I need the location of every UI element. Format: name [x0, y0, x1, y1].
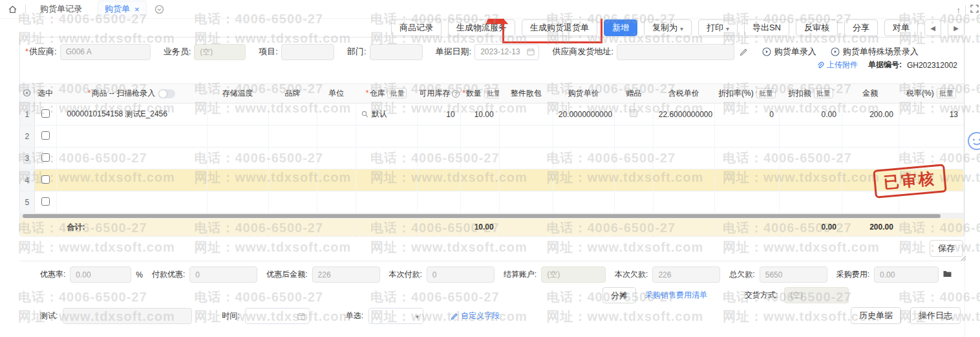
compare-button[interactable]: 对单	[884, 19, 918, 36]
batch-warehouse-button[interactable]: 批量	[387, 88, 407, 98]
history-bills-button[interactable]: 历史单据	[851, 307, 901, 324]
tab-purchase-order[interactable]: 购货单 ×	[98, 1, 147, 17]
save-button[interactable]: 保存	[930, 240, 963, 257]
prev-page-button[interactable]: ◀	[924, 19, 941, 36]
current-arrears-label: 本次欠款:	[615, 269, 648, 280]
create-logistics-button[interactable]: 生成物流服务	[448, 19, 515, 36]
header-label-discount-rate: 折扣率(%)	[718, 89, 754, 98]
cell-amount	[842, 125, 899, 147]
radio-select[interactable]	[368, 308, 423, 324]
print-label: 打印	[707, 22, 723, 34]
batch-qty-button[interactable]: 批量	[484, 88, 499, 98]
cell-warehouse[interactable]: 默认	[356, 103, 417, 125]
next-page-button[interactable]: ▶	[948, 19, 964, 36]
upload-attachment-link[interactable]: 上传附件	[816, 60, 858, 71]
create-purchase-return-button[interactable]: 生成购货退货单	[522, 19, 597, 36]
gift-checkbox[interactable]	[630, 109, 637, 117]
copy-as-button[interactable]: 复制为	[644, 19, 692, 36]
radio-label: 单选:	[346, 310, 363, 321]
tab-menu-icon[interactable]	[154, 5, 164, 14]
cell-tax-price: 22.6000000000	[653, 103, 714, 125]
discount-rate-field[interactable]	[70, 266, 131, 283]
totals-table: 合计:10.000.00200.00	[20, 219, 964, 237]
bill-date-field[interactable]	[474, 44, 539, 60]
cell-discount-rate	[714, 147, 779, 169]
special-entry-link[interactable]: 购货单特殊场景录入	[831, 46, 919, 58]
print-button[interactable]: 打印	[698, 19, 738, 36]
batch-tax-rate-button[interactable]: 批量	[937, 88, 956, 98]
test-field[interactable]	[63, 308, 192, 324]
discount-rate-label: 优惠率:	[40, 269, 65, 280]
time-field[interactable]	[245, 308, 310, 324]
header-price: 购货单价	[553, 84, 614, 103]
batch-discount-amount-button[interactable]: 批量	[814, 88, 833, 98]
salesman-field[interactable]	[194, 44, 246, 60]
batch-discount-rate-button[interactable]: 批量	[756, 88, 776, 98]
product-records-button[interactable]: 商品记录	[391, 19, 442, 36]
cost-list-link[interactable]: 采购销售费用清单	[645, 290, 707, 301]
special-entry-label: 购货单特殊场景录入	[843, 46, 919, 58]
resize-grip[interactable]	[960, 254, 966, 263]
ship-address-field[interactable]	[617, 44, 734, 60]
cell-discount-rate	[714, 125, 779, 147]
total-arrears-field[interactable]	[760, 266, 827, 283]
cell-discount-amount	[779, 125, 842, 147]
column-settings-icon[interactable]	[23, 90, 31, 99]
add-new-button[interactable]: 新增	[604, 19, 637, 36]
row-checkbox[interactable]	[41, 131, 50, 140]
allocate-button[interactable]: 分摊	[602, 287, 636, 303]
folder-icon[interactable]	[943, 270, 952, 279]
cell-discount-amount: 0.00	[779, 103, 842, 125]
scan-toggle[interactable]	[158, 89, 175, 98]
expand-icon[interactable]	[970, 5, 979, 15]
settlement-account-field[interactable]	[541, 266, 606, 283]
tab-purchase-records[interactable]: 购货单记录	[34, 1, 89, 17]
play-circle-icon	[831, 47, 840, 56]
time-label: 时间:	[222, 310, 239, 321]
cell-qty	[460, 125, 499, 147]
footer-buttons: 历史单据 操作日志	[851, 307, 961, 324]
section-divider	[19, 261, 964, 261]
order-entry-link[interactable]: 购货单录入	[762, 46, 816, 58]
supplier-field[interactable]	[60, 44, 151, 60]
project-field[interactable]	[281, 44, 334, 60]
export-sn-button[interactable]: 导出SN	[744, 19, 789, 36]
select-cell	[34, 103, 56, 125]
header-available-stock: 可用库存?	[417, 84, 460, 103]
row-checkbox[interactable]	[41, 153, 50, 162]
purchase-order-panel: 供应商: 业务员: 项目: 部门: 单据日期: 供应商发货地址: 购货单录入 购…	[19, 37, 964, 236]
payment-row: 优惠率: % 付款优惠: 优惠后金额: 本次付款: 结算账户: 本次欠款: 总欠…	[40, 266, 952, 283]
scrollbar-thumb[interactable]	[23, 214, 941, 218]
payment-discount-field[interactable]	[189, 266, 257, 283]
customer-service-icon[interactable]	[967, 131, 980, 153]
help-icon[interactable]: ?	[452, 90, 460, 98]
header-brand: 品牌	[268, 84, 317, 103]
unapprove-button[interactable]: 反审核	[796, 19, 838, 36]
current-arrears-field[interactable]	[652, 266, 720, 283]
horizontal-scrollbar[interactable]	[20, 213, 964, 219]
table-row: 10000010154158 测试E_2456默认1010.0020.00000…	[20, 103, 964, 125]
header-form-row: 供应商: 业务员: 项目: 部门: 单据日期: 供应商发货地址: 购货单录入 购…	[25, 43, 919, 60]
edit-address-icon[interactable]	[740, 48, 748, 56]
attachment-row: 上传附件 单据编号: GH202312002	[816, 60, 957, 71]
percent-suffix: %	[136, 270, 143, 279]
share-button[interactable]: 分享	[844, 19, 878, 36]
current-payment-field[interactable]	[427, 266, 495, 283]
close-icon[interactable]: ×	[134, 5, 140, 14]
scroll-top-icon[interactable]: ↑	[957, 5, 961, 15]
cell-brand	[268, 191, 317, 213]
home-icon[interactable]	[8, 5, 17, 14]
cell-qty	[460, 191, 499, 213]
cell-available-stock	[417, 125, 460, 147]
row-checkbox[interactable]	[41, 109, 50, 118]
cell-price	[553, 169, 614, 191]
amount-after-discount-field[interactable]	[312, 266, 380, 283]
row-checkbox[interactable]	[41, 197, 50, 206]
delivery-method-field[interactable]	[784, 287, 849, 303]
row-checkbox[interactable]	[41, 175, 50, 184]
department-field[interactable]	[370, 44, 423, 60]
operation-log-button[interactable]: 操作日志	[910, 307, 961, 324]
purchase-cost-field[interactable]	[874, 266, 939, 283]
cell-tax-price	[653, 169, 714, 191]
custom-fields-link[interactable]: 自定义字段	[451, 310, 500, 321]
